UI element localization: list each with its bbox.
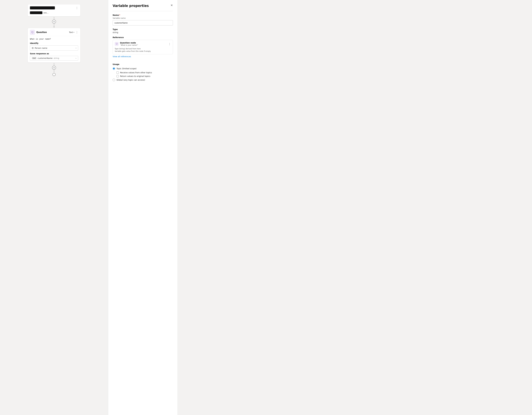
properties-panel: Variable properties ✕ Name* Variable nam… — [108, 0, 177, 415]
reference-card: 🗨 Question node `What is your name?` ⋮ T… — [113, 40, 173, 54]
top-card-body-text: ses... — [44, 12, 49, 14]
global-scope-radio[interactable] — [113, 79, 115, 81]
question-text: What is your name? — [30, 38, 78, 40]
question-node-header: 🗨 Question Text ▾ ⋮ — [28, 28, 80, 36]
topic-scope-label: Topic (limited scope) — [116, 67, 136, 70]
topic-scope-option: Topic (limited scope) — [113, 67, 173, 70]
usage-label: Usage — [113, 63, 173, 65]
type-value: string — [113, 31, 173, 34]
question-node-title: Question — [36, 31, 47, 34]
top-card-title-row — [30, 6, 55, 9]
add-node-button-1[interactable]: + — [52, 20, 56, 24]
name-field-label: Name* — [113, 14, 173, 16]
save-response-label: Save response as — [30, 53, 78, 55]
receive-values-checkbox[interactable] — [116, 71, 119, 74]
required-star: * — [119, 14, 120, 16]
return-values-checkbox[interactable] — [116, 75, 119, 77]
receive-values-option: Receive values from other topics — [116, 71, 173, 74]
variable-name-sublabel: Variable name — [113, 17, 173, 19]
type-label: Type — [113, 28, 173, 30]
add-node-button-2[interactable]: + — [52, 66, 56, 70]
variable-name-input[interactable] — [113, 20, 173, 26]
question-more-button[interactable]: ⋮ — [76, 31, 78, 34]
variable-badge: {x} — [32, 57, 37, 59]
connector-line-2b — [54, 70, 54, 72]
ref-footer-line1: Type (string) derived from here — [115, 47, 171, 50]
top-card-body: ses... — [28, 11, 80, 16]
reference-section: Reference 🗨 Question node `What is your … — [113, 36, 173, 60]
question-node: 🗨 Question Text ▾ ⋮ What is your name? I… — [28, 28, 80, 63]
ref-more-button[interactable]: ⋮ — [168, 43, 171, 46]
identify-field-left: ⊞ Person name — [32, 47, 48, 49]
close-panel-button[interactable]: ✕ — [171, 4, 173, 7]
top-card: ⋮ ses... — [28, 4, 80, 16]
reference-card-left: 🗨 Question node `What is your name?` — [115, 42, 138, 46]
canvas: ⋮ ses... + 🗨 Question Text ▾ — [0, 0, 108, 415]
save-type-badge: string — [54, 57, 59, 59]
checkbox-group: Receive values from other topics Return … — [116, 71, 173, 77]
type-section: Type string — [113, 28, 173, 34]
identify-icon: ⊞ — [32, 47, 34, 49]
topic-scope-radio[interactable] — [113, 67, 115, 70]
ref-footer-line2: Variable gets value from this node if em… — [115, 50, 171, 53]
question-icon: 🗨 — [31, 31, 34, 34]
return-values-label: Return values to original topics — [120, 75, 150, 77]
ref-node-info: Question node `What is your name?` — [120, 42, 138, 46]
receive-values-label: Receive values from other topics — [120, 71, 152, 74]
identify-label: Identify — [30, 42, 78, 44]
connector-line-2 — [54, 63, 54, 66]
view-all-references-link[interactable]: View all references — [113, 56, 173, 58]
save-chevron-right-icon: › — [76, 57, 76, 59]
ref-node-title: Question node — [120, 42, 138, 44]
question-node-right: Text ▾ ⋮ — [69, 31, 78, 34]
type-dropdown-label: Text — [69, 31, 73, 33]
top-card-header: ⋮ — [28, 4, 80, 11]
reference-card-footer: Type (string) derived from here Variable… — [115, 47, 171, 53]
ref-node-subtitle: `What is your name?` — [120, 44, 138, 46]
top-card-body-blacked — [30, 11, 42, 14]
ref-icon: 🗨 — [116, 43, 118, 45]
ref-icon-wrap: 🗨 — [115, 42, 119, 46]
identify-field[interactable]: ⊞ Person name › — [30, 46, 78, 51]
identify-chevron-right-icon: › — [76, 47, 76, 49]
return-values-option: Return values to original topics — [116, 75, 173, 77]
save-response-field[interactable]: {x} customerName string › — [30, 56, 78, 61]
reference-label: Reference — [113, 36, 173, 38]
identify-value: Person name — [35, 47, 47, 49]
connector-1: + — [52, 17, 56, 28]
chevron-down-icon: ▾ — [73, 31, 74, 33]
connector-arrow-1 — [53, 27, 55, 28]
connector-line-1b — [54, 24, 54, 26]
connector-line-1 — [54, 17, 54, 20]
question-icon-wrap: 🗨 — [30, 30, 35, 35]
panel-header: Variable properties ✕ — [113, 4, 173, 8]
top-card-more-button[interactable]: ⋮ — [76, 7, 78, 9]
usage-section: Usage Topic (limited scope) Receive valu… — [113, 63, 173, 83]
global-scope-option: Global (any topic can access) — [113, 79, 173, 81]
reference-card-header: 🗨 Question node `What is your name?` ⋮ — [115, 42, 171, 46]
name-label-text: Name — [113, 14, 119, 16]
question-node-left: 🗨 Question — [30, 30, 47, 35]
save-variable-name: customerName — [38, 57, 53, 59]
top-card-title-blacked — [30, 6, 55, 9]
connector-2: + — [52, 63, 56, 76]
end-circle — [53, 73, 56, 76]
type-dropdown[interactable]: Text ▾ — [69, 31, 74, 33]
question-node-body: What is your name? Identify ⊞ Person nam… — [28, 36, 80, 63]
global-scope-label: Global (any topic can access) — [116, 79, 145, 81]
panel-title: Variable properties — [113, 4, 149, 8]
save-response-left: {x} customerName string — [32, 57, 59, 59]
